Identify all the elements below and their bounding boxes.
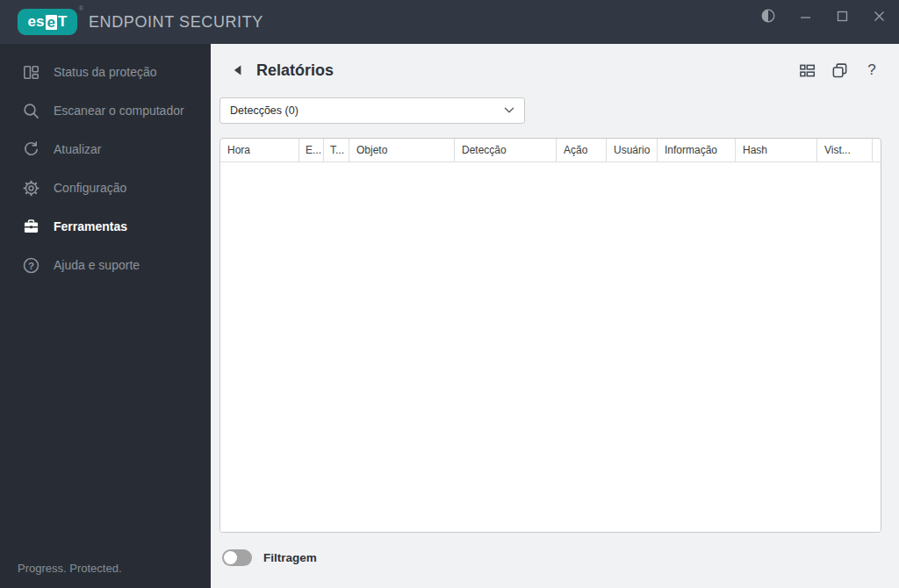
sidebar-item-ajuda-e-suporte[interactable]: ? Ajuda e suporte	[0, 246, 211, 284]
sidebar-item-status-da-protecao[interactable]: Status da proteção	[0, 53, 211, 91]
sidebar-item-label: Configuração	[54, 181, 126, 195]
logo-text: es	[28, 13, 45, 31]
column-header-informacao[interactable]: Informação	[658, 139, 736, 161]
gear-icon	[21, 178, 40, 197]
eset-logo: eseT ®	[18, 9, 77, 35]
header-actions: ?	[797, 44, 881, 97]
log-type-dropdown[interactable]: Detecções (0)	[219, 97, 525, 124]
help-icon[interactable]: ?	[862, 61, 881, 80]
sidebar-item-ferramentas[interactable]: Ferramentas	[0, 207, 211, 246]
filter-row: Filtragem	[222, 549, 317, 566]
maximize-button[interactable]	[823, 0, 860, 32]
page-header: Relatórios ?	[211, 44, 899, 97]
column-header-filler	[873, 139, 881, 161]
main-content: Relatórios ? Detecções (0)	[211, 44, 899, 588]
copy-icon[interactable]	[830, 61, 849, 80]
column-header-hora[interactable]: Hora	[220, 139, 299, 161]
sidebar-item-configuracao[interactable]: Configuração	[0, 169, 211, 207]
sidebar-item-escanear[interactable]: Escanear o computador	[0, 91, 211, 130]
contrast-toggle-button[interactable]	[750, 0, 787, 32]
maximize-icon	[835, 9, 850, 24]
window-controls	[750, 0, 897, 32]
sidebar-item-label: Escanear o computador	[54, 104, 184, 118]
dropdown-selected-value: Detecções (0)	[230, 104, 298, 117]
column-header-t[interactable]: T...	[324, 139, 349, 161]
column-header-visto[interactable]: Vist...	[817, 139, 873, 161]
details-view-icon[interactable]	[797, 61, 816, 80]
filter-toggle[interactable]	[222, 549, 252, 566]
logo-text-boxed: e	[46, 15, 57, 30]
sidebar-item-label: Atualizar	[54, 142, 101, 156]
logo-text: T	[58, 13, 67, 31]
column-header-usuario[interactable]: Usuário	[607, 139, 658, 161]
chevron-down-icon	[504, 107, 514, 114]
registered-mark: ®	[79, 5, 83, 11]
table-body-empty	[220, 162, 881, 532]
dashboard-icon	[21, 62, 40, 82]
detections-log-table: Hora E... T... Objeto Detecção Ação Usuá…	[219, 138, 881, 533]
svg-text:?: ?	[27, 260, 33, 270]
filter-toggle-label: Filtragem	[263, 551, 317, 564]
app-title: ENDPOINT SECURITY	[89, 13, 263, 32]
titlebar: eseT ® ENDPOINT SECURITY	[0, 0, 899, 44]
toggle-knob	[224, 551, 237, 564]
sidebar: Status da proteção Escanear o computador…	[0, 44, 211, 588]
help-circle-icon: ?	[21, 255, 40, 275]
sidebar-item-label: Status da proteção	[54, 65, 157, 79]
table-header-row: Hora E... T... Objeto Detecção Ação Usuá…	[220, 139, 881, 162]
sidebar-nav: Status da proteção Escanear o computador…	[0, 44, 211, 284]
column-header-acao[interactable]: Ação	[557, 139, 607, 161]
help-glyph: ?	[867, 61, 875, 79]
sidebar-item-label: Ferramentas	[54, 219, 127, 233]
search-icon	[21, 101, 40, 120]
tagline: Progress. Protected.	[18, 562, 122, 575]
column-header-hash[interactable]: Hash	[736, 139, 817, 161]
back-button[interactable]	[234, 63, 246, 77]
column-header-e[interactable]: E...	[299, 139, 324, 161]
close-button[interactable]	[860, 0, 897, 32]
sidebar-item-atualizar[interactable]: Atualizar	[0, 130, 211, 169]
back-arrow-icon	[234, 65, 241, 75]
minimize-button[interactable]	[787, 0, 823, 32]
sidebar-item-label: Ajuda e suporte	[54, 258, 140, 272]
briefcase-icon	[21, 217, 40, 236]
page-title: Relatórios	[256, 61, 334, 80]
column-header-deteccao[interactable]: Detecção	[455, 139, 557, 161]
refresh-icon	[21, 140, 40, 159]
close-icon	[872, 9, 887, 24]
column-header-objeto[interactable]: Objeto	[349, 139, 455, 161]
minimize-icon	[798, 9, 813, 24]
contrast-icon	[760, 8, 776, 24]
